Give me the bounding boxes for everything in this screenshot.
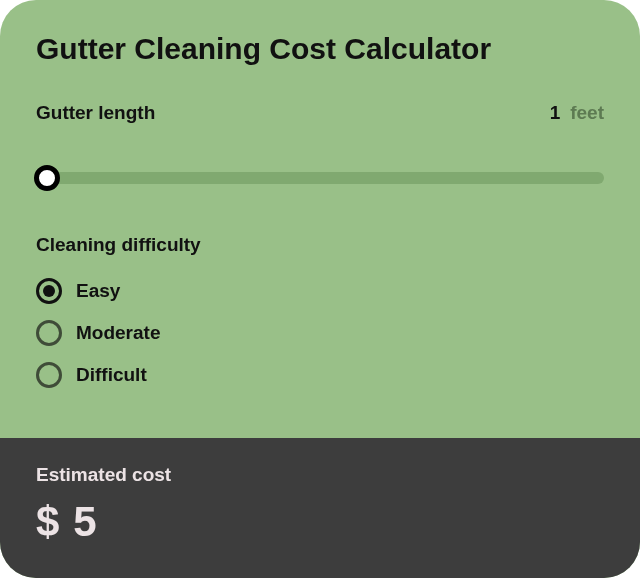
difficulty-option-difficult[interactable]: Difficult — [36, 362, 604, 388]
radio-icon — [36, 278, 62, 304]
cost-amount: 5 — [73, 498, 96, 546]
length-label: Gutter length — [36, 102, 155, 124]
slider-thumb[interactable] — [34, 165, 60, 191]
radio-icon — [36, 320, 62, 346]
calculator-content: Gutter Cleaning Cost Calculator Gutter l… — [0, 0, 640, 438]
difficulty-label: Cleaning difficulty — [36, 234, 604, 256]
result-footer: Estimated cost $ 5 — [0, 438, 640, 578]
currency-symbol: $ — [36, 498, 59, 546]
length-value-group: 1 feet — [550, 102, 604, 124]
calculator-card: Gutter Cleaning Cost Calculator Gutter l… — [0, 0, 640, 578]
difficulty-radio-group: Easy Moderate Difficult — [36, 278, 604, 388]
length-slider[interactable] — [36, 164, 604, 192]
page-title: Gutter Cleaning Cost Calculator — [36, 32, 604, 66]
length-value: 1 — [550, 102, 561, 124]
difficulty-option-label: Easy — [76, 280, 120, 302]
difficulty-section: Cleaning difficulty Easy Moderate Diffic… — [36, 234, 604, 388]
radio-dot-icon — [43, 285, 55, 297]
difficulty-option-easy[interactable]: Easy — [36, 278, 604, 304]
result-label: Estimated cost — [36, 464, 604, 486]
difficulty-option-label: Difficult — [76, 364, 147, 386]
length-unit: feet — [570, 102, 604, 124]
radio-icon — [36, 362, 62, 388]
difficulty-option-moderate[interactable]: Moderate — [36, 320, 604, 346]
difficulty-option-label: Moderate — [76, 322, 160, 344]
result-cost: $ 5 — [36, 498, 604, 546]
slider-track — [36, 172, 604, 184]
length-row: Gutter length 1 feet — [36, 102, 604, 146]
